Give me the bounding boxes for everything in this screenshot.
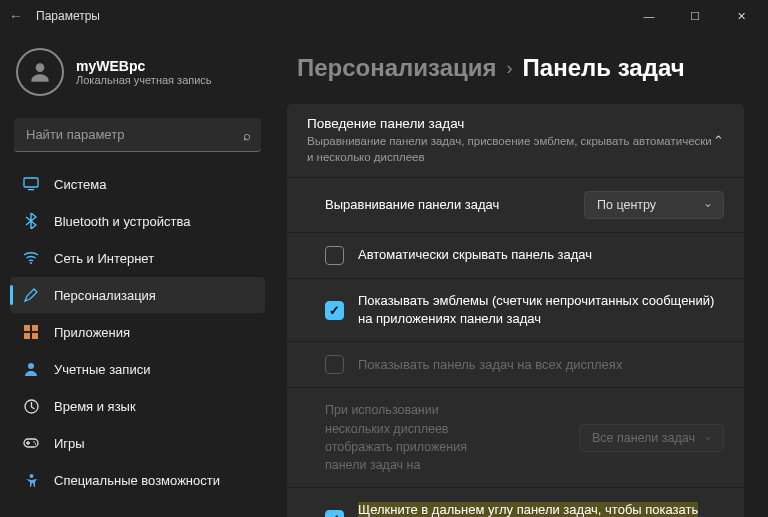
panel-title: Поведение панели задач	[307, 116, 713, 131]
back-button[interactable]: ←	[4, 8, 28, 24]
svg-rect-4	[24, 325, 30, 331]
main-content: Персонализация › Панель задач Поведение …	[275, 32, 768, 517]
user-subtitle: Локальная учетная запись	[76, 74, 212, 86]
breadcrumb-current: Панель задач	[523, 54, 685, 82]
user-block[interactable]: myWEBpc Локальная учетная запись	[10, 40, 265, 114]
sidebar-item-gaming[interactable]: Игры	[10, 425, 265, 461]
close-button[interactable]: ✕	[718, 0, 764, 32]
sidebar-item-label: Сеть и Интернет	[54, 251, 154, 266]
svg-point-0	[36, 63, 45, 72]
titlebar: ← Параметры — ☐ ✕	[0, 0, 768, 32]
setting-label: Щелкните в дальнем углу панели задач, чт…	[358, 501, 724, 517]
all-displays-checkbox	[325, 355, 344, 374]
clock-icon	[22, 397, 40, 415]
sidebar-item-bluetooth[interactable]: Bluetooth и устройства	[10, 203, 265, 239]
search-icon: ⌕	[243, 128, 251, 143]
panel-header[interactable]: Поведение панели задач Выравнивание пане…	[287, 104, 744, 177]
sidebar-item-label: Bluetooth и устройства	[54, 214, 190, 229]
sidebar-item-network[interactable]: Сеть и Интернет	[10, 240, 265, 276]
setting-alignment: Выравнивание панели задач По центру	[287, 177, 744, 232]
svg-rect-6	[24, 333, 30, 339]
alignment-dropdown[interactable]: По центру	[584, 191, 724, 219]
setting-show-desktop: Щелкните в дальнем углу панели задач, чт…	[287, 487, 744, 517]
sidebar-item-accounts[interactable]: Учетные записи	[10, 351, 265, 387]
gamepad-icon	[22, 434, 40, 452]
window-title: Параметры	[36, 9, 626, 23]
avatar	[16, 48, 64, 96]
svg-point-8	[28, 363, 34, 369]
minimize-button[interactable]: —	[626, 0, 672, 32]
setting-multi-display: При использовании нескольких дисплеев от…	[287, 387, 744, 487]
apps-icon	[22, 323, 40, 341]
search-wrap: ⌕	[14, 118, 261, 152]
taskbar-behavior-panel: Поведение панели задач Выравнивание пане…	[287, 104, 744, 517]
badges-checkbox[interactable]	[325, 301, 344, 320]
setting-label: При использовании нескольких дисплеев от…	[325, 401, 565, 474]
chevron-right-icon: ›	[507, 58, 513, 79]
sidebar-item-apps[interactable]: Приложения	[10, 314, 265, 350]
sidebar-item-label: Приложения	[54, 325, 130, 340]
sidebar-item-personalization[interactable]: Персонализация	[10, 277, 265, 313]
sidebar-item-label: Персонализация	[54, 288, 156, 303]
sidebar-item-time-language[interactable]: Время и язык	[10, 388, 265, 424]
breadcrumb-parent[interactable]: Персонализация	[297, 54, 497, 82]
window-controls: — ☐ ✕	[626, 0, 764, 32]
sidebar-item-label: Учетные записи	[54, 362, 150, 377]
setting-all-displays: Показывать панель задач на всех дисплеях	[287, 341, 744, 387]
svg-rect-5	[32, 325, 38, 331]
nav-list: Система Bluetooth и устройства Сеть и Ин…	[10, 166, 265, 498]
svg-rect-2	[28, 189, 34, 190]
brush-icon	[22, 286, 40, 304]
multi-display-dropdown: Все панели задач	[579, 424, 724, 452]
sidebar-item-label: Система	[54, 177, 106, 192]
user-name: myWEBpc	[76, 58, 212, 74]
accessibility-icon	[22, 471, 40, 489]
person-icon	[22, 360, 40, 378]
sidebar-item-label: Время и язык	[54, 399, 136, 414]
setting-label: Автоматически скрывать панель задач	[358, 246, 724, 264]
sidebar-item-system[interactable]: Система	[10, 166, 265, 202]
svg-point-13	[29, 474, 33, 478]
svg-rect-1	[24, 178, 38, 187]
chevron-up-icon: ⌃	[713, 133, 724, 148]
setting-badges: Показывать эмблемы (счетчик непрочитанны…	[287, 278, 744, 341]
show-desktop-checkbox[interactable]	[325, 510, 344, 517]
sidebar-item-label: Игры	[54, 436, 85, 451]
setting-autohide: Автоматически скрывать панель задач	[287, 232, 744, 278]
svg-point-11	[33, 441, 35, 443]
bluetooth-icon	[22, 212, 40, 230]
panel-description: Выравнивание панели задач, присвоение эм…	[307, 134, 713, 165]
svg-point-12	[35, 443, 37, 445]
svg-rect-7	[32, 333, 38, 339]
breadcrumb: Персонализация › Панель задач	[297, 54, 744, 82]
autohide-checkbox[interactable]	[325, 246, 344, 265]
sidebar-item-label: Специальные возможности	[54, 473, 220, 488]
maximize-button[interactable]: ☐	[672, 0, 718, 32]
sidebar: myWEBpc Локальная учетная запись ⌕ Систе…	[0, 32, 275, 517]
svg-point-3	[30, 262, 32, 264]
setting-label: Показывать эмблемы (счетчик непрочитанны…	[358, 292, 724, 328]
wifi-icon	[22, 249, 40, 267]
search-input[interactable]	[14, 118, 261, 152]
setting-label: Показывать панель задач на всех дисплеях	[358, 356, 724, 374]
setting-label: Выравнивание панели задач	[325, 196, 570, 214]
display-icon	[22, 175, 40, 193]
sidebar-item-accessibility[interactable]: Специальные возможности	[10, 462, 265, 498]
